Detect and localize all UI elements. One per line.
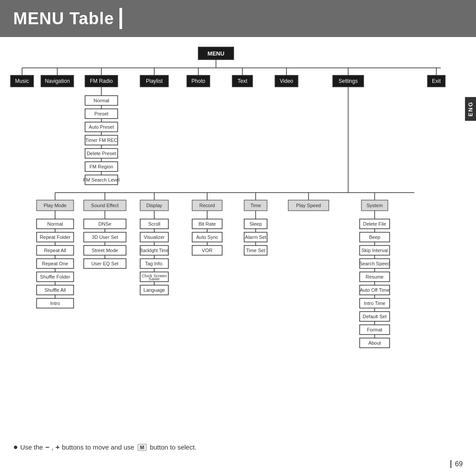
note-text-before: Use the [20, 443, 43, 451]
display: Display [146, 203, 163, 208]
time-sleep: Sleep [249, 221, 262, 227]
pm-repeat-folder: Repeat Folder [40, 234, 71, 240]
plus-symbol: + [56, 443, 60, 451]
record: Record [199, 203, 215, 208]
se-dnse: DNSe [98, 221, 111, 227]
content-area: MENU Music Navigation FM Radio [0, 37, 476, 413]
sys-resume: Resume [366, 274, 384, 279]
time-time-set: Time Set [246, 248, 265, 253]
m-button: M [138, 444, 147, 451]
video-item: Video [280, 78, 294, 84]
se-street-mode: Street Mode [92, 248, 118, 253]
rec-auto-sync: Auto Sync [196, 234, 219, 240]
sys-search-speed: Search Speed [359, 261, 390, 266]
disp-visualizer: Visualizer [144, 234, 165, 240]
pm-normal: Normal [47, 221, 63, 227]
se-user-eq-set: User EQ Set [91, 261, 119, 266]
disp-scroll: Scroll [148, 221, 160, 227]
play-mode: Play Mode [44, 203, 67, 208]
fm-delete-preset: Delete Preset [87, 151, 116, 156]
fm-normal: Normal [93, 98, 109, 103]
playlist-item: Playlist [146, 78, 163, 84]
music-item: Music [15, 78, 29, 84]
fm-timer-rec: Timer FM REC [86, 138, 118, 143]
play-speed: Play Speed [296, 203, 321, 208]
fm-search-level: FM Search Level [83, 177, 119, 182]
header-bar [119, 8, 122, 29]
time: Time [250, 203, 261, 208]
sys-beep: Beep [369, 234, 380, 240]
pm-intro: Intro [50, 301, 60, 306]
sys-auto-off-time: Auto Off Time [360, 287, 389, 293]
sys-about: About [368, 340, 381, 346]
rec-bit-rate: Bit Rate [198, 221, 216, 227]
page-title: MENU Table [13, 9, 114, 28]
sys-intro-time: Intro Time [364, 301, 386, 306]
note-text-after: button to select. [150, 443, 197, 451]
disp-language: Language [144, 287, 165, 293]
fm-region: FM Region [89, 164, 113, 169]
rec-vor: VOR [202, 248, 212, 253]
fm-preset: Preset [94, 111, 108, 116]
bottom-note: ● Use the −, + buttons to move and use M… [13, 443, 197, 452]
header: MENU Table [0, 0, 476, 37]
minus-symbol: − [45, 443, 49, 451]
time-alarm-set: Alarm Set [245, 234, 266, 240]
disp-clock-screen-saver2: Saver [149, 276, 160, 281]
photo-item: Photo [191, 78, 205, 84]
disp-tag-info: Tag Info. [145, 261, 164, 266]
pm-repeat-all: Repeat All [44, 248, 66, 253]
fm-auto-preset: Auto Preset [89, 124, 114, 130]
sys-delete-file: Delete File [363, 221, 387, 227]
sound-effect: Sound Effect [91, 203, 119, 208]
sys-skip-interval: Skip Interval [361, 248, 388, 253]
pm-repeat-one: Repeat One [42, 261, 68, 266]
pm-shuffle-folder: Shuffle Folder [40, 274, 71, 279]
note-text-middle: buttons to move and use [62, 443, 134, 451]
bullet-point: ● [13, 443, 18, 452]
fm-radio-item: FM Radio [90, 78, 113, 84]
se-3d-user-set: 3D User Set [92, 234, 118, 240]
sys-format: Format [367, 327, 383, 332]
exit-item: Exit [432, 78, 441, 84]
menu-tree-svg: MENU Music Navigation FM Radio [9, 44, 458, 405]
settings-item: Settings [338, 78, 357, 84]
disp-backlight-time: Backlight Time [140, 248, 168, 253]
text-item: Text [238, 78, 248, 84]
sys-default-set: Default Set [363, 314, 387, 319]
pm-shuffle-all: Shuffle All [45, 287, 66, 293]
system: System [367, 203, 383, 208]
menu-root: MENU [208, 50, 224, 57]
navigation-item: Navigation [45, 78, 70, 84]
page-number: 69 [450, 460, 463, 468]
